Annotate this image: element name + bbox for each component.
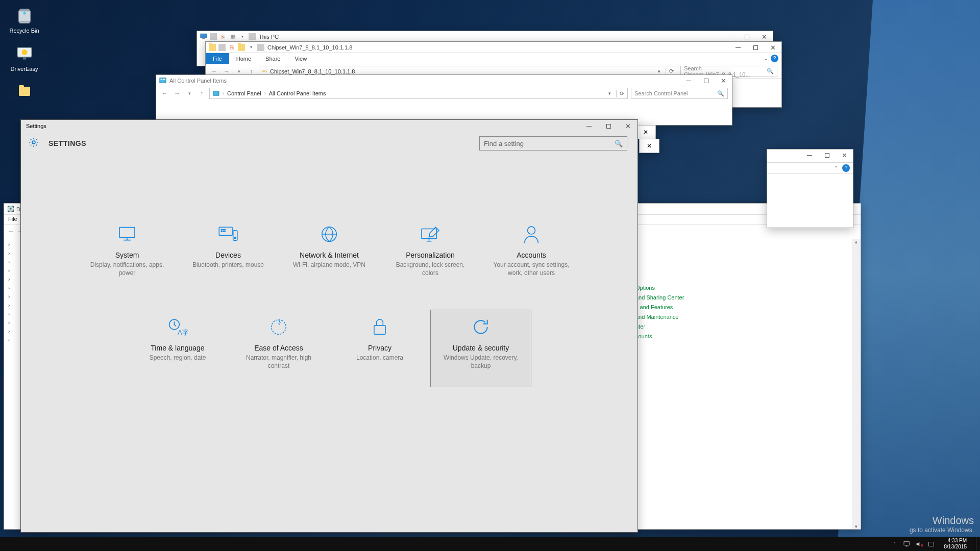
nav-back-button[interactable]: ←	[160, 90, 169, 97]
control-panel-item[interactable]: Options	[635, 283, 684, 293]
network-icon[interactable]	[903, 540, 911, 547]
tree-expand-icon[interactable]: ›	[8, 284, 17, 292]
nav-up-button[interactable]: ↑	[247, 68, 256, 75]
nav-recent-dropdown[interactable]: ▾	[185, 91, 194, 96]
settings-tile-update[interactable]: Update & securityWindows Update, recover…	[430, 310, 531, 387]
minimize-button[interactable]	[680, 75, 697, 86]
window-fragment-close[interactable]: ✕	[635, 125, 656, 139]
window-settings[interactable]: Settings ✕ SETTINGS Find a setting 🔍 Sys…	[20, 119, 638, 533]
qat-icon[interactable]	[238, 44, 245, 51]
settings-tile-privacy[interactable]: PrivacyLocation, camera	[329, 310, 430, 387]
scrollbar-vertical[interactable]: ▴▾	[852, 239, 861, 529]
ribbon-tab-home[interactable]: Home	[229, 53, 258, 64]
ribbon-tab-file[interactable]: File	[206, 53, 229, 64]
close-button[interactable]: ✕	[755, 31, 773, 42]
window-control-panel[interactable]: All Control Panel Items ✕ ← → ▾ ↑ › Cont…	[156, 74, 732, 126]
close-button[interactable]: ✕	[836, 149, 853, 161]
control-panel-item[interactable]: counts	[635, 332, 684, 341]
nav-back-button[interactable]: ←	[210, 68, 219, 75]
breadcrumb-bar[interactable]: › Control Panel › All Control Panel Item…	[209, 88, 628, 99]
control-panel-item[interactable]: and Sharing Center	[635, 293, 684, 303]
refresh-icon[interactable]: ⟳	[616, 90, 624, 97]
show-desktop-button[interactable]	[976, 537, 979, 551]
close-button[interactable]: ✕	[640, 139, 659, 153]
breadcrumb-dropdown-icon[interactable]: ▾	[608, 91, 611, 96]
search-box[interactable]: Search Control Panel 🔍	[631, 88, 728, 99]
maximize-button[interactable]	[738, 31, 755, 42]
scroll-down-icon[interactable]: ▾	[855, 524, 857, 529]
settings-tile-ease[interactable]: Ease of AccessNarrator, magnifier, high …	[228, 310, 329, 387]
breadcrumb-dropdown-icon[interactable]: ▾	[658, 69, 660, 74]
control-panel-item[interactable]: and Maintenance	[635, 312, 684, 322]
refresh-icon[interactable]: ⟳	[666, 68, 674, 74]
window-titlebar[interactable]: ✕	[767, 149, 853, 163]
tree-expand-icon[interactable]: ›	[8, 301, 17, 310]
breadcrumb-item[interactable]: All Control Panel Items	[269, 90, 326, 96]
nav-up-button[interactable]: ↑	[197, 90, 206, 97]
tree-expand-icon[interactable]: ›	[8, 266, 17, 275]
control-panel-item[interactable]: nter	[635, 322, 684, 332]
maximize-button[interactable]	[747, 42, 764, 53]
nav-forward-button[interactable]: →	[173, 90, 182, 97]
close-button[interactable]: ✕	[636, 126, 655, 139]
tree-expand-icon[interactable]: ›	[8, 240, 17, 249]
settings-search-box[interactable]: Find a setting 🔍	[479, 136, 627, 151]
window-titlebar[interactable]: ⎘ ▦ ▾ This PC ✕	[197, 31, 773, 42]
minimize-button[interactable]	[721, 31, 738, 42]
window-titlebar[interactable]: ⎘ ▾ Chipset_Win7_8_8.1_10_10.1.1.8 ✕	[206, 42, 781, 53]
close-button[interactable]: ✕	[715, 75, 732, 86]
minimize-button[interactable]	[579, 120, 599, 132]
close-button[interactable]: ✕	[618, 120, 638, 132]
ribbon-collapse-icon[interactable]: ⌃	[834, 165, 838, 171]
desktop-icon-drivereasy[interactable]: DriverEasy	[5, 42, 43, 72]
tree-expand-icon[interactable]: ›	[5, 339, 13, 341]
tree-expand-icon[interactable]: ›	[8, 318, 17, 327]
close-button[interactable]: ✕	[764, 42, 781, 53]
breadcrumb-item[interactable]: Control Panel	[227, 90, 261, 96]
desktop-icon-recycle-bin[interactable]: Recycle Bin	[5, 4, 43, 34]
tray-clock[interactable]: 4:33 PM 8/13/2015	[940, 538, 971, 550]
minimize-button[interactable]	[729, 42, 747, 53]
qat-dropdown-icon[interactable]: ▾	[239, 33, 246, 40]
ribbon-tab-view[interactable]: View	[287, 53, 314, 64]
nav-recent-dropdown[interactable]: ▾	[234, 69, 243, 74]
breadcrumb-item[interactable]: Chipset_Win7_8_8.1_10_10.1.1.8	[270, 68, 355, 74]
settings-tile-time[interactable]: A字Time & languageSpeech, region, date	[127, 310, 228, 387]
control-panel-item[interactable]: s and Features	[635, 303, 684, 312]
help-icon[interactable]: ?	[842, 164, 850, 172]
maximize-button[interactable]	[818, 149, 836, 161]
tree-expand-icon[interactable]: ›	[8, 292, 17, 301]
taskbar[interactable]: ˄ ✕ 4:33 PM 8/13/2015	[0, 537, 980, 551]
settings-tile-accounts[interactable]: AccountsYour account, sync settings, wor…	[481, 217, 582, 294]
help-icon[interactable]: ?	[771, 55, 778, 62]
maximize-button[interactable]	[697, 75, 715, 86]
qat-dropdown-icon[interactable]: ▾	[248, 44, 255, 51]
input-indicator-icon[interactable]	[928, 540, 935, 547]
minimize-button[interactable]	[801, 149, 818, 161]
tree-expand-icon[interactable]: ›	[8, 275, 17, 284]
qat-icon[interactable]: ▦	[229, 33, 236, 40]
tree-expand-icon[interactable]: ›	[8, 249, 17, 258]
settings-tile-system[interactable]: SystemDisplay, notifications, apps, powe…	[77, 217, 178, 294]
window-titlebar[interactable]: All Control Panel Items ✕	[156, 75, 732, 86]
window-titlebar[interactable]: Settings ✕	[21, 120, 638, 132]
tree-expand-icon[interactable]: ›	[8, 327, 17, 336]
nav-back-button[interactable]: ←	[8, 228, 14, 235]
tray-overflow-icon[interactable]: ˄	[891, 540, 898, 547]
menu-file[interactable]: File	[8, 216, 17, 222]
settings-tile-personalization[interactable]: PersonalizationBackground, lock screen, …	[380, 217, 481, 294]
desktop-icon-folder[interactable]	[5, 81, 43, 104]
nav-forward-button[interactable]: →	[222, 68, 231, 75]
volume-icon[interactable]: ✕	[916, 540, 923, 547]
ribbon-collapse-icon[interactable]: ⌄	[764, 56, 768, 61]
tree-expand-icon[interactable]: ›	[8, 310, 17, 318]
settings-tile-devices[interactable]: DevicesBluetooth, printers, mouse	[178, 217, 279, 294]
ribbon-tab-share[interactable]: Share	[258, 53, 287, 64]
tree-expand-icon[interactable]: ›	[8, 258, 17, 266]
settings-tile-network[interactable]: Network & InternetWi-Fi, airplane mode, …	[279, 217, 380, 294]
maximize-button[interactable]	[599, 120, 618, 132]
window-fragment-close[interactable]: ✕	[639, 139, 659, 153]
scroll-up-icon[interactable]: ▴	[855, 239, 857, 244]
window-fragment-controls[interactable]: ✕ ⌃ ?	[767, 149, 853, 228]
qat-icon[interactable]: ⎘	[219, 33, 227, 40]
